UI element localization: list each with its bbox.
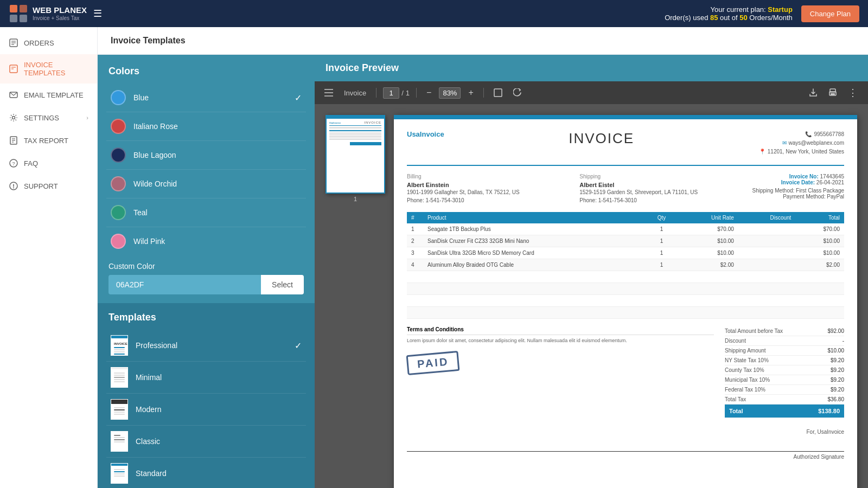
color-circle-blue xyxy=(111,90,126,105)
tax-report-label: TAX REPORT xyxy=(24,137,68,145)
sidebar-item-support[interactable]: SUPPORT xyxy=(0,175,97,197)
template-name-minimal: Minimal xyxy=(136,373,302,382)
cell-qty: 1 xyxy=(645,247,678,259)
invoice-phone: 9955667788 xyxy=(814,130,844,139)
invoice-logo: UsaInvoice xyxy=(407,130,444,138)
sidebar-item-email-template[interactable]: EMAIL TEMPLATE xyxy=(0,84,97,106)
total-label: County Tax 10% xyxy=(725,367,764,373)
sidebar-item-invoice-templates[interactable]: INVOICE TEMPLATES xyxy=(0,54,97,84)
total-value: $9.20 xyxy=(831,367,844,373)
color-name-wild-pink: Wild Pink xyxy=(133,237,302,246)
template-name-standard: Standard xyxy=(136,469,302,478)
shipping-method-row: Shipping Method: First Class Package xyxy=(752,188,844,194)
zoom-out-button[interactable]: − xyxy=(423,86,435,100)
cell-rate: $70.00 xyxy=(678,223,738,235)
page-number-input[interactable] xyxy=(383,87,399,99)
invoice-email-row: ✉ ways@webplanex.com xyxy=(759,139,844,147)
cell-num: 4 xyxy=(407,259,423,271)
payment-method-label: Payment Method: xyxy=(783,194,825,200)
change-plan-button[interactable]: Change Plan xyxy=(801,5,859,22)
color-item-blue-lagoon[interactable]: Blue Lagoon xyxy=(106,141,306,170)
color-item-wild-pink[interactable]: Wild Pink xyxy=(106,227,306,255)
toolbar-separator-1 xyxy=(376,88,376,98)
fit-page-button[interactable] xyxy=(490,86,506,99)
template-item-modern[interactable]: Modern xyxy=(106,394,306,426)
topbar-right: Your current plan: Startup Order(s) used… xyxy=(665,5,859,22)
billing-name: Albert Einstein xyxy=(407,182,566,188)
refresh-button[interactable] xyxy=(510,86,525,99)
template-name-modern: Modern xyxy=(136,405,302,414)
total-value: $92.00 xyxy=(827,328,844,334)
template-thumb-professional: INVOICE xyxy=(111,335,128,356)
sidebar-item-orders[interactable]: ORDERS xyxy=(0,31,97,54)
custom-color-input[interactable] xyxy=(108,275,261,294)
sidebar-item-tax-report[interactable]: TAX REPORT xyxy=(0,129,97,152)
invoice-totals: Total Amount before Tax$92.00Discount-Sh… xyxy=(725,326,844,418)
svg-rect-26 xyxy=(831,93,835,95)
sidebar-item-faq[interactable]: ? FAQ xyxy=(0,152,97,175)
sidebar-toggle-button[interactable] xyxy=(321,87,336,99)
pdf-thumbnail[interactable]: UsaInvoice INVOICE xyxy=(326,115,385,194)
print-button[interactable] xyxy=(825,86,840,99)
table-header-row: # Product Qty Unit Rate Discount Total xyxy=(407,212,844,223)
table-row: 2 SanDisk Cruzer Fit CZ33 32GB Mini Nano… xyxy=(407,235,844,247)
select-color-button[interactable]: Select xyxy=(261,275,304,294)
invoice-billing-row: Billing Albert Einstein 1901-1999 Gallag… xyxy=(407,174,844,204)
template-item-minimal[interactable]: Minimal xyxy=(106,362,306,394)
total-label: Shipping Amount xyxy=(725,348,766,354)
total-row: NY State Tax 10%$9.20 xyxy=(725,356,844,365)
page-total: 1 xyxy=(406,89,410,97)
plan-text: Your current plan: Startup xyxy=(665,5,793,14)
color-circle-wilde-orchid xyxy=(111,176,126,191)
color-item-wilde-orchid[interactable]: Wilde Orchid xyxy=(106,170,306,198)
template-item-professional[interactable]: INVOICE Professional xyxy=(106,330,306,362)
table-row-empty xyxy=(407,295,844,307)
cell-product: SanDisk Ultra 32GB Micro SD Memory Card xyxy=(423,247,645,259)
support-icon xyxy=(9,181,18,191)
total-value: - xyxy=(843,338,844,344)
color-name-teal: Teal xyxy=(133,208,302,217)
payment-method-value: PayPal xyxy=(827,194,844,200)
cell-discount xyxy=(738,259,796,271)
total-label: Total Tax xyxy=(725,396,746,402)
total-value: $36.80 xyxy=(827,396,844,402)
invoice-templates-label: INVOICE TEMPLATES xyxy=(24,61,88,77)
color-item-italiano-rose[interactable]: Italiano Rose xyxy=(106,112,306,141)
invoice-terms: Terms and Conditions Lorem ipsum dolor s… xyxy=(407,326,714,418)
sidebar-item-settings[interactable]: SETTINGS › xyxy=(0,106,97,129)
invoice-date-label: Invoice Date: xyxy=(781,179,815,185)
logo-icon xyxy=(9,4,28,23)
color-item-teal[interactable]: Teal xyxy=(106,198,306,227)
topbar: WEB PLANEX Invoice + Sales Tax ☰ Your cu… xyxy=(0,0,868,27)
table-row: 3 SanDisk Ultra 32GB Micro SD Memory Car… xyxy=(407,247,844,259)
cell-total: $70.00 xyxy=(795,223,844,235)
pdf-toolbar: Invoice / 1 − 83% + xyxy=(315,81,868,104)
colors-section-title: Colors xyxy=(98,55,315,84)
more-options-button[interactable]: ⋮ xyxy=(845,85,861,101)
main-layout: ORDERS INVOICE TEMPLATES EMAIL TEMPLATE … xyxy=(0,27,868,488)
payment-method-row: Payment Method: PayPal xyxy=(752,194,844,200)
settings-icon xyxy=(9,113,18,123)
zoom-in-button[interactable]: + xyxy=(465,86,476,100)
template-thumb-standard xyxy=(111,463,128,484)
billing-phone: Phone: 1-541-754-3010 xyxy=(407,196,566,204)
color-item-blue[interactable]: Blue ✓ xyxy=(106,84,306,112)
hamburger-icon[interactable]: ☰ xyxy=(93,8,102,20)
total-label: Total Amount before Tax xyxy=(725,328,783,334)
col-header-num: # xyxy=(407,212,423,223)
billing-label: Billing xyxy=(407,174,566,179)
cell-total: $10.00 xyxy=(795,247,844,259)
email-template-label: EMAIL TEMPLATE xyxy=(24,91,84,99)
download-button[interactable] xyxy=(806,86,821,99)
zoom-level: 83% xyxy=(439,87,461,99)
custom-color-label: Custom Color xyxy=(108,262,304,271)
blue-check-icon: ✓ xyxy=(295,93,302,103)
cell-product: Seagate 1TB Backup Plus xyxy=(423,223,645,235)
template-item-classic[interactable]: Classic xyxy=(106,426,306,458)
thumbnail-page-num: 1 xyxy=(354,196,357,202)
email-template-icon xyxy=(9,90,18,100)
page-header: Invoice Templates xyxy=(98,27,868,55)
template-item-standard[interactable]: Standard xyxy=(106,458,306,488)
faq-icon: ? xyxy=(9,158,18,168)
total-label: Federal Tax 10% xyxy=(725,387,765,393)
